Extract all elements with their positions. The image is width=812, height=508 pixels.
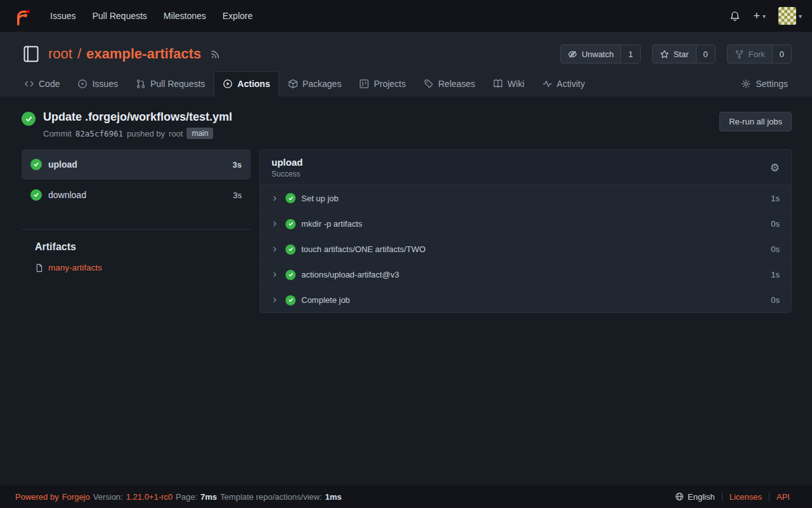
job-duration: 3s bbox=[233, 190, 242, 200]
powered-by-link[interactable]: Powered by bbox=[15, 492, 59, 502]
tab-packages[interactable]: Packages bbox=[279, 71, 350, 97]
code-icon bbox=[24, 79, 34, 89]
run-success-check-icon bbox=[22, 112, 36, 126]
tab-label: Activity bbox=[557, 79, 585, 89]
commit-sha-link[interactable]: 82a5cf6961 bbox=[75, 129, 123, 138]
chevron-right-icon bbox=[272, 271, 278, 278]
job-steps-list: Set up job 1s mkdir -p artifacts 0s touc… bbox=[260, 185, 791, 312]
rss-feed-button[interactable] bbox=[210, 49, 221, 60]
job-item-download[interactable]: download 3s bbox=[22, 180, 251, 210]
nav-explore[interactable]: Explore bbox=[214, 6, 261, 26]
step-success-check-icon bbox=[285, 270, 296, 280]
step-success-check-icon bbox=[285, 295, 296, 305]
tab-label: Code bbox=[39, 79, 60, 89]
nav-pull-requests[interactable]: Pull Requests bbox=[84, 6, 155, 26]
job-detail-name: upload bbox=[272, 157, 303, 168]
tab-releases[interactable]: Releases bbox=[415, 71, 484, 97]
unwatch-button[interactable]: Unwatch bbox=[561, 45, 622, 63]
branch-badge[interactable]: main bbox=[187, 128, 213, 139]
watch-button-group: Unwatch 1 bbox=[560, 44, 641, 64]
notifications-button[interactable] bbox=[730, 11, 740, 22]
step-row[interactable]: mkdir -p artifacts 0s bbox=[260, 211, 791, 236]
user-menu[interactable]: ▾ bbox=[778, 7, 802, 25]
pull-request-icon bbox=[136, 79, 146, 89]
template-time-value: 1ms bbox=[325, 492, 342, 502]
artifact-download-link[interactable]: many-artifacts bbox=[48, 263, 102, 272]
tab-label: Packages bbox=[303, 79, 341, 89]
step-row[interactable]: Set up job 1s bbox=[260, 185, 791, 211]
page-time-label: Page: bbox=[176, 492, 197, 502]
forgejo-link[interactable]: Forgejo bbox=[62, 492, 90, 502]
page-footer: Powered by Forgejo Version: 1.21.0+1-rc0… bbox=[0, 485, 812, 508]
fork-label: Fork bbox=[749, 50, 765, 59]
star-button[interactable]: Star bbox=[653, 45, 697, 63]
stars-count[interactable]: 0 bbox=[697, 45, 715, 63]
tab-projects[interactable]: Projects bbox=[350, 71, 415, 97]
unwatch-label: Unwatch bbox=[582, 50, 614, 59]
step-row[interactable]: touch artifacts/ONE artifacts/TWO 0s bbox=[260, 236, 791, 262]
licenses-link[interactable]: Licenses bbox=[722, 492, 769, 502]
version-link[interactable]: 1.21.0+1-rc0 bbox=[126, 492, 173, 502]
star-button-group: Star 0 bbox=[652, 44, 716, 64]
repo-header: root / example-artifacts Unwatch bbox=[0, 32, 812, 97]
tab-issues[interactable]: Issues bbox=[69, 71, 126, 97]
step-row[interactable]: actions/upload-artifact@v3 1s bbox=[260, 262, 791, 287]
step-label: Set up job bbox=[301, 194, 339, 203]
step-success-check-icon bbox=[285, 219, 296, 229]
job-success-check-icon bbox=[30, 159, 42, 170]
tab-label: Issues bbox=[92, 79, 117, 89]
repo-owner-link[interactable]: root bbox=[48, 46, 72, 62]
watchers-count[interactable]: 1 bbox=[621, 45, 639, 63]
repo-title-row: root / example-artifacts Unwatch bbox=[0, 44, 812, 64]
step-duration: 0s bbox=[771, 295, 780, 305]
step-row[interactable]: Complete job 0s bbox=[260, 287, 791, 312]
forks-count[interactable]: 0 bbox=[773, 45, 791, 63]
template-time-label: Template repo/actions/view: bbox=[220, 492, 322, 502]
pusher-link[interactable]: root bbox=[169, 129, 183, 138]
tab-pull-requests[interactable]: Pull Requests bbox=[127, 71, 214, 97]
top-navbar: Issues Pull Requests Milestones Explore … bbox=[0, 0, 812, 32]
artifact-item: many-artifacts bbox=[22, 263, 251, 272]
tab-code[interactable]: Code bbox=[15, 71, 69, 97]
nav-milestones[interactable]: Milestones bbox=[155, 6, 214, 26]
logo-red-dot bbox=[27, 10, 30, 13]
nav-issues[interactable]: Issues bbox=[42, 6, 84, 26]
globe-icon bbox=[675, 492, 684, 501]
artifacts-section: Artifacts many-artifacts bbox=[22, 229, 251, 272]
fork-button[interactable]: Fork bbox=[728, 45, 773, 63]
tab-label: Pull Requests bbox=[150, 79, 205, 89]
step-duration: 0s bbox=[771, 219, 780, 229]
language-selector[interactable]: English bbox=[668, 492, 722, 502]
issue-icon bbox=[77, 79, 88, 89]
tab-actions[interactable]: Actions bbox=[214, 71, 278, 97]
job-success-check-icon bbox=[30, 189, 42, 201]
job-name: download bbox=[48, 190, 86, 200]
repo-title: root / example-artifacts bbox=[48, 46, 201, 62]
package-icon bbox=[288, 79, 298, 89]
job-options-gear-icon[interactable]: ⚙ bbox=[770, 163, 780, 173]
tab-settings[interactable]: Settings bbox=[732, 71, 797, 97]
commit-label: Commit bbox=[43, 129, 72, 138]
step-label: Complete job bbox=[301, 295, 350, 305]
footer-links: English Licenses API bbox=[668, 492, 797, 502]
job-detail-status: Success bbox=[272, 170, 303, 178]
star-label: Star bbox=[674, 50, 689, 59]
api-link[interactable]: API bbox=[769, 492, 797, 502]
tab-activity[interactable]: Activity bbox=[534, 71, 594, 97]
create-new-menu[interactable]: + ▾ bbox=[753, 10, 766, 22]
navbar-right: + ▾ ▾ bbox=[730, 7, 802, 25]
file-icon bbox=[35, 264, 44, 272]
run-title: Update .forgejo/workflows/test.yml bbox=[43, 110, 232, 124]
repo-action-buttons: Unwatch 1 Star 0 bbox=[560, 44, 792, 64]
activity-pulse-icon bbox=[542, 79, 553, 89]
repo-name-link[interactable]: example-artifacts bbox=[86, 46, 201, 62]
rerun-all-jobs-button[interactable]: Re-run all jobs bbox=[719, 112, 792, 131]
forgejo-logo[interactable] bbox=[10, 4, 33, 27]
eye-off-icon bbox=[568, 50, 577, 59]
plus-icon: + bbox=[753, 10, 760, 22]
tab-wiki[interactable]: Wiki bbox=[484, 71, 533, 97]
job-item-upload[interactable]: upload 3s bbox=[22, 149, 251, 180]
version-label: Version: bbox=[93, 492, 123, 502]
fork-button-group: Fork 0 bbox=[727, 44, 792, 64]
step-duration: 0s bbox=[771, 244, 780, 254]
